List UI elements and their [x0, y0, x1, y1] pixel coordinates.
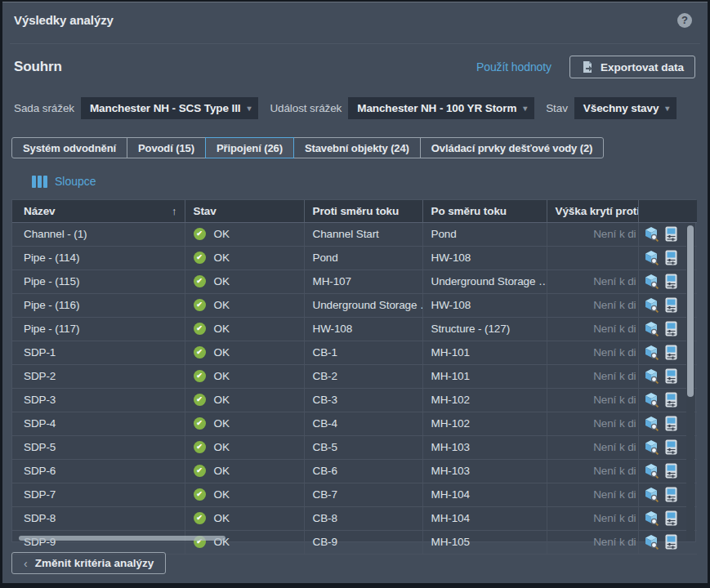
table-row[interactable]: Pipe - (115)✔OKMH-107Underground Storage…	[12, 270, 697, 293]
columns-button[interactable]: Sloupce	[32, 172, 96, 191]
cube-magnifier-icon	[644, 274, 659, 289]
cell-cover	[547, 246, 638, 270]
properties-panel-button[interactable]	[664, 320, 678, 337]
properties-panel-button[interactable]	[664, 462, 678, 479]
rainfall-set-value: Manchester NH - SCS Type III	[90, 102, 241, 114]
column-header-cover[interactable]: Výška krytí proti	[547, 200, 638, 222]
cell-status: ✔OK	[185, 293, 304, 317]
properties-panel-icon	[665, 297, 677, 313]
table-row[interactable]: SDP-9✔OKCB-9MH-105Není k di	[12, 530, 697, 554]
status-ok-icon: ✔	[194, 417, 206, 430]
rainfall-set-dropdown[interactable]: Manchester NH - SCS Type III ▾	[81, 97, 258, 119]
table-row[interactable]: SDP-5✔OKCB-5MH-103Není k di	[12, 435, 697, 459]
column-header-status[interactable]: Stav	[185, 200, 304, 222]
zoom-to-object-button[interactable]	[643, 296, 660, 314]
properties-panel-icon	[665, 345, 677, 360]
tab-stormwater-controls[interactable]: Ovládací prvky dešťové vody (2)	[420, 137, 605, 158]
tab-catchments[interactable]: Povodí (15)	[127, 137, 206, 158]
table-row[interactable]: SDP-7✔OKCB-7MH-104Není k di	[12, 483, 697, 506]
cell-actions	[638, 435, 685, 459]
cell-cover: Není k di	[547, 388, 638, 412]
table-row[interactable]: SDP-6✔OKCB-6MH-103Není k di	[12, 459, 697, 483]
zoom-to-object-button[interactable]	[643, 273, 660, 290]
zoom-to-object-button[interactable]	[643, 320, 660, 337]
zoom-to-object-button[interactable]	[643, 533, 660, 550]
status-ok-icon: ✔	[194, 394, 206, 406]
status-ok-icon: ✔	[194, 323, 206, 335]
properties-panel-button[interactable]	[664, 510, 678, 527]
column-header-name[interactable]: Název↑	[12, 200, 185, 222]
properties-panel-icon	[665, 510, 677, 526]
rainfall-set-label: Sada srážek	[14, 102, 74, 114]
properties-panel-button[interactable]	[664, 225, 678, 243]
zoom-to-object-button[interactable]	[643, 462, 660, 479]
cell-actions	[638, 222, 685, 246]
help-icon[interactable]: ?	[677, 13, 692, 28]
properties-panel-button[interactable]	[664, 249, 678, 266]
apply-values-link[interactable]: Použít hodnoty	[476, 60, 551, 74]
cell-downstream: Pond	[422, 222, 547, 246]
properties-panel-button[interactable]	[664, 486, 678, 503]
properties-panel-button[interactable]	[664, 368, 678, 385]
properties-panel-button[interactable]	[664, 273, 678, 290]
tab-connections[interactable]: Připojení (26)	[205, 137, 294, 158]
cell-actions	[638, 412, 685, 435]
cell-cover: Není k di	[547, 483, 638, 506]
table-row[interactable]: SDP-4✔OKCB-4MH-102Není k di	[12, 412, 697, 435]
properties-panel-button[interactable]	[664, 296, 678, 314]
export-data-button[interactable]: Exportovat data	[569, 56, 695, 78]
table-row[interactable]: SDP-2✔OKCB-2MH-101Není k di	[12, 364, 697, 388]
tab-drainage-system[interactable]: Systém odvodnění	[11, 137, 127, 158]
filter-rainfall-event: Událost srážek Manchester NH - 100 YR St…	[270, 97, 534, 119]
table-row[interactable]: Pipe - (114)✔OKPondHW-108	[12, 246, 697, 270]
table-row[interactable]: SDP-3✔OKCB-3MH-102Není k di	[12, 388, 697, 412]
properties-panel-button[interactable]	[664, 415, 678, 432]
zoom-to-object-button[interactable]	[643, 486, 660, 503]
column-header-downstream[interactable]: Po směru toku	[422, 200, 547, 222]
zoom-to-object-button[interactable]	[643, 439, 660, 456]
status-text: OK	[214, 275, 230, 287]
table-row[interactable]: SDP-1✔OKCB-1MH-101Není k di	[12, 341, 697, 364]
rainfall-event-dropdown[interactable]: Manchester NH - 100 YR Storm ▾	[348, 97, 534, 119]
zoom-to-object-button[interactable]	[643, 415, 660, 432]
change-analysis-criteria-button[interactable]: ‹ Změnit kritéria analýzy	[11, 552, 166, 574]
status-ok-icon: ✔	[194, 346, 206, 359]
zoom-to-object-button[interactable]	[643, 510, 660, 527]
properties-panel-button[interactable]	[664, 533, 678, 550]
zoom-to-object-button[interactable]	[643, 391, 660, 408]
cube-magnifier-icon	[644, 368, 659, 384]
horizontal-scrollbar-thumb[interactable]	[19, 536, 226, 541]
tab-structures[interactable]: Stavební objekty (24)	[293, 137, 421, 158]
cell-name: SDP-3	[12, 388, 185, 412]
cell-downstream: MH-102	[422, 412, 547, 435]
cell-status: ✔OK	[185, 341, 304, 364]
zoom-to-object-button[interactable]	[643, 344, 660, 361]
status-ok-icon: ✔	[194, 275, 206, 287]
table-row[interactable]: Pipe - (117)✔OKHW-108Structure - (127)Ne…	[12, 317, 697, 341]
zoom-to-object-button[interactable]	[643, 249, 660, 266]
cell-status: ✔OK	[185, 364, 304, 388]
cell-upstream: Channel Start	[304, 222, 422, 246]
cell-cover: Není k di	[547, 317, 638, 341]
column-header-upstream[interactable]: Proti směru toku	[304, 200, 422, 222]
properties-panel-button[interactable]	[664, 439, 678, 456]
table-row[interactable]: Channel - (1)✔OKChannel StartPondNení k …	[12, 222, 697, 246]
vertical-scrollbar-thumb[interactable]	[687, 225, 694, 397]
properties-panel-icon	[665, 226, 677, 242]
cell-actions	[638, 459, 685, 483]
properties-panel-button[interactable]	[664, 391, 678, 408]
cell-status: ✔OK	[185, 530, 304, 554]
cell-actions	[638, 317, 685, 341]
cell-name: SDP-9	[12, 530, 185, 554]
cell-downstream: HW-108	[422, 246, 547, 270]
window-frame: Výsledky analýzy ? Souhrn Použít hodnoty	[0, 0, 710, 588]
table-row[interactable]: SDP-8✔OKCB-8MH-104Není k di	[12, 506, 697, 530]
table-row[interactable]: Pipe - (116)✔OKUnderground Storage …HW-1…	[12, 293, 697, 317]
cell-actions	[638, 388, 685, 412]
status-dropdown[interactable]: Všechny stavy ▾	[574, 97, 677, 119]
zoom-to-object-button[interactable]	[643, 225, 660, 243]
properties-panel-button[interactable]	[664, 344, 678, 361]
zoom-to-object-button[interactable]	[643, 368, 660, 385]
status-text: OK	[214, 346, 230, 359]
filter-rainfall-set: Sada srážek Manchester NH - SCS Type III…	[14, 97, 258, 119]
